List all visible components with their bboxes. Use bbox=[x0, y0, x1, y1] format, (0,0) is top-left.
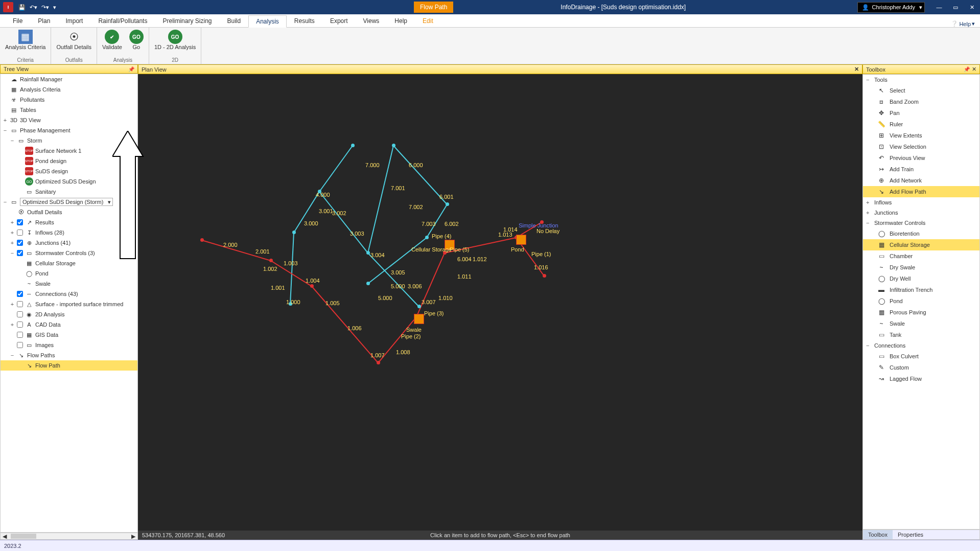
network-node[interactable] bbox=[425, 236, 429, 239]
tool-add-train[interactable]: ↣Add Train bbox=[863, 164, 979, 175]
menu-tab-views[interactable]: Views bbox=[356, 15, 387, 27]
tool-ruler[interactable]: 📏Ruler bbox=[863, 119, 979, 130]
network-node[interactable] bbox=[269, 259, 273, 262]
tree-item-swale[interactable]: ~Swale bbox=[1, 279, 137, 289]
network-node[interactable] bbox=[366, 282, 370, 285]
tree-item-storm[interactable]: −▭Storm bbox=[1, 135, 137, 146]
tool-lagged-flow[interactable]: ↝Lagged Flow bbox=[863, 373, 979, 384]
menu-tab-help[interactable]: Help bbox=[387, 15, 415, 27]
stormwater-control-icon[interactable] bbox=[516, 235, 526, 245]
toolbox-tab-properties[interactable]: Properties bbox=[893, 530, 928, 539]
expand-icon[interactable]: + bbox=[866, 199, 871, 205]
network-node[interactable] bbox=[292, 231, 296, 234]
tree-checkbox[interactable] bbox=[17, 291, 23, 297]
tree-item-surface-network-1[interactable]: STOPSurface Network 1 bbox=[1, 146, 137, 156]
toolbox-group-tools[interactable]: −Tools bbox=[863, 75, 979, 85]
tool-porous-paving[interactable]: ▦Porous Paving bbox=[863, 307, 979, 318]
tree-checkbox[interactable] bbox=[17, 322, 23, 328]
expand-icon[interactable]: − bbox=[866, 342, 871, 349]
expand-icon[interactable]: + bbox=[3, 117, 8, 123]
menu-tab-export[interactable]: Export bbox=[322, 15, 356, 27]
tool-add-flow-path[interactable]: ↘Add Flow Path bbox=[863, 186, 979, 197]
stormwater-control-icon[interactable] bbox=[414, 314, 424, 324]
tree-item-connections--43-[interactable]: ↔Connections (43) bbox=[1, 289, 137, 299]
tree-item-flow-path[interactable]: ↘Flow Path bbox=[1, 360, 137, 371]
tool-dry-well[interactable]: ◯Dry Well bbox=[863, 273, 979, 284]
save-icon[interactable]: 💾 bbox=[18, 4, 26, 11]
expand-icon[interactable]: − bbox=[866, 220, 871, 226]
ribbon-btn-validate[interactable]: ✔Validate bbox=[100, 29, 124, 51]
tree-item-pond[interactable]: ◯Pond bbox=[1, 268, 137, 279]
tree-item-phase-management[interactable]: −▭Phase Management bbox=[1, 125, 137, 135]
network-connection[interactable] bbox=[311, 286, 379, 363]
expand-icon[interactable]: − bbox=[866, 77, 871, 83]
tree-item-suds-design[interactable]: STOPSuDS design bbox=[1, 166, 137, 176]
tree-item-tables[interactable]: ▤Tables bbox=[1, 105, 137, 115]
expand-icon[interactable]: + bbox=[10, 229, 15, 236]
tree-checkbox[interactable] bbox=[17, 219, 23, 225]
network-connection[interactable] bbox=[290, 233, 294, 304]
qat-more-icon[interactable]: ▾ bbox=[53, 4, 56, 11]
tree-checkbox[interactable] bbox=[17, 301, 23, 307]
tree-item-sanitary[interactable]: ▭Sanitary bbox=[1, 187, 137, 197]
tree-checkbox[interactable] bbox=[17, 311, 23, 317]
undo-icon[interactable]: ↶▾ bbox=[30, 4, 37, 11]
tree-item-surface---imported-surface-trimmed[interactable]: +△Surface - imported surface trimmed bbox=[1, 299, 137, 309]
network-node[interactable] bbox=[377, 361, 380, 364]
tool-view-selection[interactable]: ⊡View Selection bbox=[863, 141, 979, 152]
network-connection[interactable] bbox=[319, 145, 353, 192]
network-connection[interactable] bbox=[367, 252, 419, 307]
expand-icon[interactable]: − bbox=[10, 352, 15, 358]
toolbox-group-junctions[interactable]: +Junctions bbox=[863, 208, 979, 218]
tool-dry-swale[interactable]: ~Dry Swale bbox=[863, 262, 979, 273]
tree-item-optimized-suds-design--storm-[interactable]: −▭Optimized SuDS Design (Storm)▾ bbox=[1, 197, 137, 207]
tree-checkbox[interactable] bbox=[17, 240, 23, 246]
scroll-left-icon[interactable]: ◀ bbox=[3, 533, 7, 540]
user-menu[interactable]: 👤 Christopher Addy bbox=[857, 2, 925, 13]
network-node[interactable] bbox=[200, 238, 204, 242]
tree-item-flow-paths[interactable]: −↘Flow Paths bbox=[1, 350, 137, 360]
tree-view[interactable]: ☁Rainfall Manager▦Analysis Criteria☣Poll… bbox=[0, 74, 138, 533]
pin-icon[interactable]: 📌 bbox=[128, 66, 134, 72]
menu-tab-analysis[interactable]: Analysis bbox=[248, 15, 287, 28]
toolbox-group-connections[interactable]: −Connections bbox=[863, 340, 979, 351]
tree-item-outfall-details[interactable]: ⦿Outfall Details bbox=[1, 207, 137, 217]
tree-checkbox[interactable] bbox=[17, 229, 23, 236]
ribbon-btn-outfall-details[interactable]: ⦿Outfall Details bbox=[54, 29, 93, 51]
network-connection[interactable] bbox=[367, 237, 427, 284]
network-node[interactable] bbox=[366, 251, 370, 255]
expand-icon[interactable]: + bbox=[10, 301, 15, 307]
network-node[interactable] bbox=[351, 144, 355, 147]
tree-item-cad-data[interactable]: +ACAD Data bbox=[1, 319, 137, 330]
help-link[interactable]: ❔ Help ▾ bbox=[951, 20, 975, 27]
plan-view-canvas[interactable]: 534370.175, 201657.381, 48.560 Click an … bbox=[138, 74, 862, 540]
scroll-right-icon[interactable]: ▶ bbox=[131, 533, 135, 540]
tool-add-network[interactable]: ⊕Add Network bbox=[863, 175, 979, 186]
tree-scrollbar[interactable]: ◀ ▶ bbox=[0, 533, 138, 540]
expand-icon[interactable]: + bbox=[10, 240, 15, 246]
tool-tank[interactable]: ▭Tank bbox=[863, 329, 979, 340]
tool-box-culvert[interactable]: ▭Box Culvert bbox=[863, 351, 979, 362]
network-node[interactable] bbox=[446, 202, 449, 206]
tool-cellular-storage[interactable]: ▦Cellular Storage bbox=[863, 239, 979, 250]
maximize-button[interactable]: ▭ bbox=[947, 0, 964, 14]
toolbox-group-stormwater-controls[interactable]: −Stormwater Controls bbox=[863, 218, 979, 228]
tool-bioretention[interactable]: ◯Bioretention bbox=[863, 228, 979, 239]
menu-tab-results[interactable]: Results bbox=[287, 15, 322, 27]
expand-icon[interactable]: − bbox=[3, 127, 8, 133]
minimize-button[interactable]: — bbox=[931, 0, 947, 14]
tool-previous-view[interactable]: ↶Previous View bbox=[863, 152, 979, 164]
tool-infiltration-trench[interactable]: ▬Infiltration Trench bbox=[863, 284, 979, 295]
tree-item-2d-analysis[interactable]: ◉2D Analysis bbox=[1, 309, 137, 319]
tree-item-images[interactable]: ▭Images bbox=[1, 340, 137, 350]
tool-pan[interactable]: ✥Pan bbox=[863, 107, 979, 119]
ribbon-btn-1d---2d-analysis[interactable]: GO1D - 2D Analysis bbox=[152, 29, 198, 51]
tree-checkbox[interactable] bbox=[17, 342, 23, 348]
tree-item-analysis-criteria[interactable]: ▦Analysis Criteria bbox=[1, 84, 137, 95]
tool-custom[interactable]: ✎Custom bbox=[863, 362, 979, 373]
expand-icon[interactable]: − bbox=[10, 250, 15, 256]
expand-icon[interactable]: − bbox=[3, 199, 8, 205]
tool-swale[interactable]: ~Swale bbox=[863, 318, 979, 329]
tree-checkbox[interactable] bbox=[17, 332, 23, 338]
scroll-thumb[interactable] bbox=[11, 534, 36, 539]
